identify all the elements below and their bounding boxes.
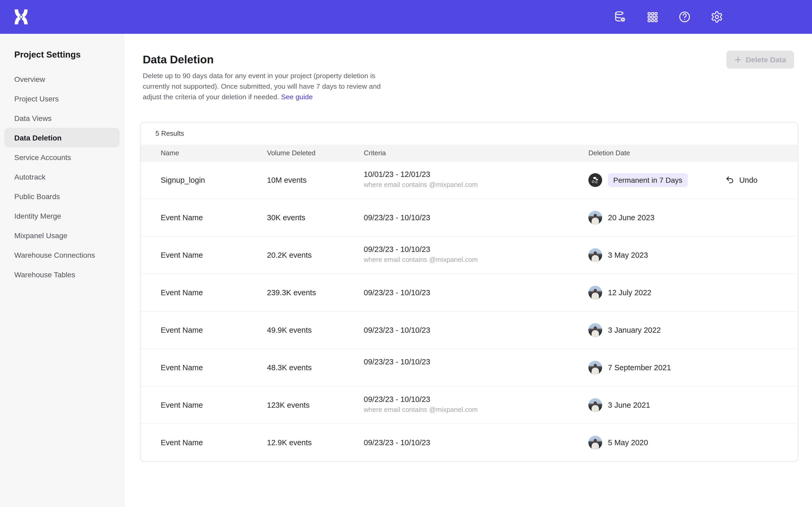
user-avatar [589,285,602,299]
criteria-range: 09/23/23 - 10/10/23 [364,438,589,447]
table-row: Event Name 12.9K events 09/23/23 - 10/10… [141,423,798,461]
user-avatar [589,323,602,337]
sidebar-item-warehouse-tables[interactable]: Warehouse Tables [0,265,124,284]
sidebar-item-identity-merge[interactable]: Identity Merge [0,206,124,226]
table-row: Event Name 48.3K events 09/23/23 - 10/10… [141,348,798,386]
criteria-range: 09/23/23 - 10/10/23 [364,357,589,366]
deletion-date-text: 5 May 2020 [608,438,648,447]
event-name-cell: Event Name [141,438,267,447]
sidebar-item-label: Autotrack [14,172,45,181]
criteria-cell: 09/23/23 - 10/10/23 where email contains… [364,245,589,265]
user-avatar [589,398,602,412]
volume-deleted-cell: 48.3K events [267,363,364,372]
deletion-date-cell: Permanent in 7 Days Undo [589,173,798,187]
deletion-date-cell: 7 September 2021 [589,360,798,374]
sidebar-item-label: Overview [14,75,45,83]
deletion-date-text: 3 June 2021 [608,401,650,409]
sidebar-item-public-boards[interactable]: Public Boards [0,186,124,206]
event-name-cell: Event Name [141,288,267,296]
volume-deleted-cell: 10M events [267,176,364,184]
deletion-date-text: 12 July 2022 [608,288,651,296]
criteria-range: 09/23/23 - 10/10/23 [364,213,589,222]
column-header-criteria: Criteria [364,149,589,157]
sidebar-item-autotrack[interactable]: Autotrack [0,167,124,186]
deletion-date-cell: 12 July 2022 [589,285,798,299]
sidebar-item-label: Warehouse Tables [14,270,75,279]
criteria-filter: where email contains @mixpanel.com [364,256,589,265]
results-count: 5 Results [141,122,798,145]
page-description: Delete up to 90 days data for any event … [143,71,382,103]
table-body: Signup_login 10M events 10/01/23 - 12/01… [141,161,798,461]
sidebar-item-overview[interactable]: Overview [0,69,124,89]
criteria-filter: where email contains @mixpanel.com [364,406,589,414]
sidebar-item-data-deletion[interactable]: Data Deletion [4,128,119,147]
sidebar-item-mixpanel-usage[interactable]: Mixpanel Usage [0,226,124,245]
table-row: Event Name 49.9K events 09/23/23 - 10/10… [141,311,798,348]
column-header-name: Name [141,149,267,157]
user-avatar [589,436,602,449]
table-row: Event Name 20.2K events 09/23/23 - 10/10… [141,236,798,273]
event-name-cell: Signup_login [141,176,267,184]
sidebar-item-project-users[interactable]: Project Users [0,89,124,108]
sidebar-item-service-accounts[interactable]: Service Accounts [0,147,124,167]
page-title: Data Deletion [143,53,798,66]
deletion-date-text: 3 January 2022 [608,326,661,334]
criteria-filter [364,368,589,377]
sidebar-item-label: Public Boards [14,192,60,201]
apps-grid-icon[interactable] [646,11,659,23]
deletion-table-card: 5 Results Name Volume Deleted Criteria D… [140,122,798,461]
event-name-cell: Event Name [141,401,267,409]
volume-deleted-cell: 239.3K events [267,288,364,296]
table-row: Event Name 30K events 09/23/23 - 10/10/2… [141,198,798,236]
volume-deleted-cell: 20.2K events [267,250,364,259]
table-row: Event Name 239.3K events 09/23/23 - 10/1… [141,273,798,311]
mixpanel-logo-icon [12,8,30,26]
event-name-cell: Event Name [141,213,267,222]
deletion-date-cell: 3 January 2022 [589,323,798,337]
sidebar-item-label: Identity Merge [14,212,61,220]
criteria-range: 09/23/23 - 10/10/23 [364,326,589,334]
top-navigation-bar [0,0,812,34]
criteria-cell: 09/23/23 - 10/10/23 where email contains… [364,395,589,414]
criteria-cell: 09/23/23 - 10/10/23 [364,357,589,377]
sidebar-item-warehouse-connections[interactable]: Warehouse Connections [0,245,124,265]
user-avatar [589,211,602,224]
criteria-range: 09/23/23 - 10/10/23 [364,395,589,403]
criteria-cell: 09/23/23 - 10/10/23 [364,326,589,334]
criteria-cell: 10/01/23 - 12/01/23 where email contains… [364,170,589,189]
event-name-cell: Event Name [141,363,267,372]
deletion-date-text: 20 June 2023 [608,213,654,222]
data-settings-icon[interactable] [614,11,626,23]
deletion-date-cell: 5 May 2020 [589,436,798,449]
main-content: Delete Data Data Deletion Delete up to 9… [124,34,812,507]
delete-data-button[interactable]: Delete Data [726,51,794,69]
plus-icon [734,56,742,63]
sidebar-item-label: Project Users [14,94,59,103]
deletion-date-cell: 3 June 2021 [589,398,798,412]
deletion-date-cell: 20 June 2023 [589,211,798,224]
undo-button[interactable]: Undo [725,175,798,184]
page-description-text: Delete up to 90 days data for any event … [143,72,380,101]
user-avatar [589,248,602,262]
deletion-date-text: 7 September 2021 [608,363,671,372]
event-name-cell: Event Name [141,326,267,334]
criteria-range: 10/01/23 - 12/01/23 [364,170,589,178]
mixpanel-logo[interactable] [11,7,31,27]
deletion-date-cell: 3 May 2023 [589,248,798,262]
criteria-range: 09/23/23 - 10/10/23 [364,288,589,296]
see-guide-link[interactable]: See guide [281,93,313,101]
table-header-row: Name Volume Deleted Criteria Deletion Da… [141,145,798,161]
criteria-cell: 09/23/23 - 10/10/23 [364,213,589,222]
sidebar-item-data-views[interactable]: Data Views [0,108,124,128]
undo-label: Undo [739,176,758,184]
sidebar-item-label: Mixpanel Usage [14,231,67,239]
sidebar: Project Settings Overview Project Users … [0,34,124,507]
criteria-filter: where email contains @mixpanel.com [364,181,589,189]
sidebar-heading: Project Settings [0,50,124,65]
user-avatar [589,360,602,374]
help-icon[interactable] [678,11,691,23]
volume-deleted-cell: 12.9K events [267,438,364,447]
sidebar-item-label: Data Views [14,114,52,122]
deletion-date-text: 3 May 2023 [608,250,648,259]
settings-gear-icon[interactable] [711,11,723,23]
